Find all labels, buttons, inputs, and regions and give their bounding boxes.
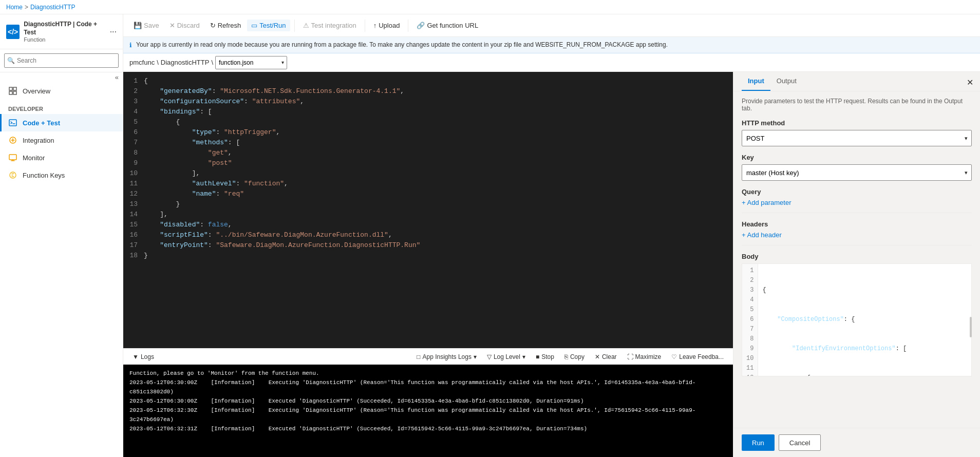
- add-parameter-button[interactable]: + Add parameter: [742, 199, 791, 206]
- search-input[interactable]: [4, 53, 119, 68]
- file-path1: pmcfunc: [129, 59, 155, 66]
- leave-feedback-button[interactable]: ♡ Leave Feedba...: [668, 352, 727, 361]
- app-insights-dropdown-icon: ▾: [474, 353, 477, 360]
- get-url-icon: 🔗: [417, 22, 425, 29]
- breadcrumb-home[interactable]: Home: [6, 4, 23, 11]
- sidebar: </> DiagnosticHTTP | Code + Test Functio…: [0, 14, 123, 457]
- right-panel-body: Provide parameters to test the HTTP requ…: [733, 91, 980, 428]
- add-header-button[interactable]: + Add header: [742, 231, 782, 239]
- sidebar-item-code-test[interactable]: Code + Test: [0, 114, 123, 131]
- code-line-11: "authLevel": "function",: [144, 179, 727, 189]
- stop-label: Stop: [541, 353, 554, 360]
- key-select[interactable]: master (Host key) default (Function key): [742, 164, 972, 181]
- logs-content: Function, please go to 'Monitor' from th…: [123, 365, 733, 437]
- save-icon: 💾: [134, 22, 142, 29]
- svg-rect-0: [9, 87, 12, 90]
- sidebar-item-function-keys[interactable]: Function Keys: [0, 166, 123, 184]
- code-editor[interactable]: 12345 678910 1112131415 161718 { "genera…: [123, 72, 733, 348]
- file-select[interactable]: function.json run.csx host.json: [215, 56, 287, 69]
- test-integration-button[interactable]: ⚠ Test integration: [299, 20, 361, 31]
- right-panel-description: Provide parameters to test the HTTP requ…: [742, 98, 972, 112]
- log-line-1: 2023-05-12T06:30:00Z [Information] Execu…: [129, 378, 727, 396]
- body-label: Body: [742, 253, 972, 260]
- log-level-dropdown-icon: ▾: [522, 353, 525, 360]
- sidebar-header: </> DiagnosticHTTP | Code + Test Functio…: [0, 14, 123, 49]
- info-icon: ℹ: [129, 42, 132, 49]
- copy-button[interactable]: ⎘ Copy: [561, 352, 588, 361]
- stop-icon: ■: [536, 353, 539, 360]
- code-line-18: }: [144, 251, 727, 261]
- sidebar-collapse-button[interactable]: «: [115, 73, 119, 81]
- breadcrumb-function[interactable]: DiagnosticHTTP: [30, 4, 75, 11]
- log-level-button[interactable]: ▽ Log Level ▾: [484, 352, 529, 361]
- test-integration-label: Test integration: [311, 22, 356, 29]
- log-line-3: 2023-05-12T06:32:30Z [Information] Execu…: [129, 406, 727, 424]
- cancel-button[interactable]: Cancel: [779, 434, 821, 451]
- sidebar-item-monitor[interactable]: Monitor: [0, 149, 123, 166]
- main-split: 12345 678910 1112131415 161718 { "genera…: [123, 72, 980, 457]
- sidebar-logo: </>: [6, 25, 20, 39]
- tab-input[interactable]: Input: [742, 72, 770, 91]
- logs-panel[interactable]: Function, please go to 'Monitor' from th…: [123, 365, 733, 457]
- discard-label: Discard: [177, 22, 200, 29]
- svg-rect-6: [9, 155, 16, 160]
- sidebar-more-button[interactable]: ···: [110, 27, 117, 36]
- get-url-label: Get function URL: [427, 22, 478, 29]
- tab-output[interactable]: Output: [770, 72, 803, 91]
- file-sep1: \: [157, 59, 159, 66]
- file-path2: DiagnosticHTTP: [161, 59, 210, 66]
- function-keys-icon: [8, 170, 17, 180]
- app-insights-button[interactable]: □ App Insights Logs ▾: [413, 352, 480, 361]
- body-editor-inner: 12345 678910 111213 { "CompositeOptions"…: [742, 264, 971, 376]
- log-line-0: Function, please go to 'Monitor' from th…: [129, 369, 727, 378]
- get-url-button[interactable]: 🔗 Get function URL: [412, 20, 482, 31]
- divider2: [742, 245, 972, 245]
- test-run-icon: ▭: [251, 22, 257, 29]
- maximize-button[interactable]: ⛶ Maximize: [624, 352, 665, 361]
- sidebar-item-overview[interactable]: Overview: [0, 82, 123, 100]
- right-panel-close-button[interactable]: ✕: [964, 76, 976, 88]
- clear-label: Clear: [602, 353, 617, 360]
- refresh-label: Refresh: [218, 22, 241, 29]
- query-label: Query: [742, 188, 972, 196]
- file-sep2: \: [211, 59, 213, 66]
- save-button[interactable]: 💾 Save: [129, 20, 163, 31]
- discard-button[interactable]: ✕ Discard: [165, 20, 204, 31]
- stop-button[interactable]: ■ Stop: [533, 352, 557, 361]
- sidebar-title: DiagnosticHTTP | Code + Test: [24, 21, 105, 36]
- file-select-wrapper: function.json run.csx host.json: [215, 56, 287, 69]
- code-line-8: "get",: [144, 148, 727, 158]
- key-label: Key: [742, 154, 972, 161]
- svg-rect-1: [13, 87, 16, 90]
- logs-expand-button[interactable]: ▼ Logs: [129, 352, 157, 361]
- save-label: Save: [144, 22, 159, 29]
- clear-button[interactable]: ✕ Clear: [592, 352, 620, 361]
- code-line-14: ],: [144, 210, 727, 220]
- maximize-icon: ⛶: [627, 353, 633, 360]
- body-editor[interactable]: 12345 678910 111213 { "CompositeOptions"…: [742, 263, 972, 376]
- log-line-2: 2023-05-12T06:30:00Z [Information] Execu…: [129, 396, 727, 406]
- refresh-button[interactable]: ↻ Refresh: [206, 20, 246, 31]
- integration-icon: [8, 136, 17, 145]
- headers-label: Headers: [742, 220, 972, 228]
- http-method-select[interactable]: POST GET PUT DELETE: [742, 130, 972, 146]
- sidebar-nav: Overview Developer Code + Test Integrati…: [0, 82, 123, 457]
- upload-button[interactable]: ↑ Upload: [369, 20, 404, 31]
- leave-feedback-icon: ♡: [671, 353, 677, 360]
- file-breadcrumb: pmcfunc \ DiagnosticHTTP \ function.json…: [123, 53, 980, 72]
- app-insights-icon: □: [417, 353, 420, 360]
- test-run-button[interactable]: ▭ Test/Run: [247, 20, 290, 31]
- sidebar-logo-text: </>: [8, 28, 18, 36]
- svg-rect-3: [13, 91, 16, 94]
- content-area: 💾 Save ✕ Discard ↻ Refresh ▭ Test/Run ⚠ …: [123, 14, 980, 457]
- action-buttons: Run Cancel: [733, 428, 980, 457]
- sidebar-item-integration[interactable]: Integration: [0, 131, 123, 149]
- toolbar-divider2: [365, 20, 365, 32]
- log-level-icon: ▽: [487, 353, 492, 360]
- sidebar-item-integration-label: Integration: [23, 137, 54, 144]
- svg-rect-4: [9, 120, 16, 126]
- run-button[interactable]: Run: [742, 434, 775, 451]
- code-line-12: "name": "req": [144, 189, 727, 199]
- log-line-4: 2023-05-12T06:32:31Z [Information] Execu…: [129, 424, 727, 433]
- key-wrap: master (Host key) default (Function key): [742, 164, 972, 181]
